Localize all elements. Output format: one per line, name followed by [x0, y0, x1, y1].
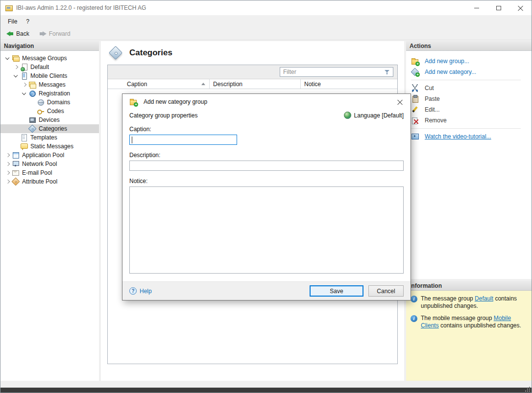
default-group-icon — [20, 63, 28, 71]
chevron-right-icon[interactable] — [3, 169, 12, 177]
filter-input[interactable] — [280, 69, 384, 75]
sort-ascending-icon — [201, 83, 205, 85]
actions-panel: Actions + Add new group... + Add new cat… — [406, 41, 532, 279]
attribute-pool-icon — [12, 178, 20, 185]
maximize-button[interactable] — [487, 0, 509, 15]
chevron-right-icon[interactable] — [12, 63, 20, 71]
action-paste[interactable]: Paste — [411, 93, 529, 104]
caption-input[interactable] — [130, 136, 237, 145]
chevron-spacer — [20, 116, 28, 124]
application-pool-icon — [12, 151, 20, 159]
chevron-down-icon[interactable] — [3, 54, 12, 63]
templates-icon — [20, 134, 28, 141]
tree-item-devices[interactable]: Devices — [0, 116, 99, 124]
column-header-description[interactable]: Description — [210, 79, 301, 89]
window-controls — [465, 0, 532, 15]
chevron-spacer — [28, 107, 37, 116]
minimize-button[interactable] — [465, 0, 487, 15]
menu-help[interactable]: ? — [22, 16, 34, 27]
filter-field — [280, 67, 393, 77]
email-pool-icon — [12, 169, 20, 177]
separator — [411, 80, 521, 80]
info-message-default: i The message group Default contains unp… — [411, 295, 527, 310]
toolbar: Back Forward — [0, 27, 532, 40]
add-category-group-icon: + — [129, 98, 137, 106]
info-text-prefix: The message group — [421, 295, 475, 302]
information-header: Information — [406, 281, 532, 291]
tree-item-registration[interactable]: Registration — [0, 89, 99, 98]
filter-funnel-icon[interactable] — [384, 69, 391, 75]
default-group-link[interactable]: Default — [475, 295, 493, 302]
dialog-subheader-row: Category group properties Language [Defa… — [129, 112, 404, 119]
column-header-notice[interactable]: Notice — [301, 79, 397, 89]
action-remove[interactable]: Remove — [411, 115, 529, 126]
window-title: IBI-aws Admin 1.22.0 - registered for IB… — [16, 4, 465, 11]
add-group-icon: + — [411, 57, 419, 65]
info-icon: i — [411, 296, 417, 302]
categories-icon — [28, 125, 36, 133]
tree-item-application-pool[interactable]: Application Pool — [0, 151, 99, 160]
tree-item-static-messages[interactable]: Static Messages — [0, 142, 99, 151]
chevron-spacer — [20, 125, 28, 133]
cancel-button[interactable]: Cancel — [368, 285, 404, 297]
plus-badge-icon: + — [415, 72, 420, 77]
statusbar-grip[interactable] — [525, 387, 531, 392]
tree-item-templates[interactable]: Templates — [0, 133, 99, 142]
action-watch-video-tutorial[interactable]: Watch the video-tutorial... — [411, 131, 529, 142]
chevron-right-icon[interactable] — [3, 178, 12, 186]
language-selector[interactable]: Language [Default] — [344, 112, 404, 119]
action-add-new-group[interactable]: + Add new group... — [411, 56, 529, 67]
tree-item-mobile-clients[interactable]: Mobile Clients — [0, 71, 99, 80]
tree-item-network-pool[interactable]: Network Pool — [0, 160, 99, 168]
notice-label: Notice: — [129, 178, 404, 185]
section-label: Category group properties — [129, 112, 197, 119]
menubar: File ? — [0, 15, 532, 27]
devices-icon — [28, 116, 36, 124]
tree-item-messages[interactable]: Messages — [0, 80, 99, 89]
tree-item-default[interactable]: Default — [0, 63, 99, 71]
menu-file[interactable]: File — [3, 16, 22, 27]
chevron-right-icon[interactable] — [3, 160, 12, 168]
tree-item-email-pool[interactable]: E-mail Pool — [0, 168, 99, 177]
action-add-new-category[interactable]: + Add new category... — [411, 67, 529, 77]
column-header-caption[interactable]: Caption — [123, 79, 210, 89]
close-button[interactable] — [509, 0, 532, 15]
chevron-down-icon[interactable] — [20, 90, 28, 98]
tree-item-categories[interactable]: Categories — [0, 124, 99, 133]
dialog-close-button[interactable] — [394, 96, 406, 108]
video-tutorial-icon — [411, 133, 419, 140]
info-icon: i — [411, 315, 417, 322]
chevron-right-icon[interactable] — [20, 81, 28, 89]
action-edit[interactable]: Edit... — [411, 104, 529, 115]
tree-item-domains[interactable]: Domains — [0, 98, 99, 107]
chevron-down-icon[interactable] — [12, 72, 20, 80]
help-icon: ? — [129, 287, 137, 295]
info-message-mobile-clients: i The mobile message group Mobile Client… — [411, 315, 527, 329]
tree-item-codes[interactable]: Codes — [0, 107, 99, 116]
chevron-right-icon[interactable] — [3, 151, 12, 160]
chevron-spacer — [12, 134, 20, 142]
save-button[interactable]: Save — [310, 285, 363, 297]
action-cut[interactable]: Cut — [411, 83, 529, 93]
separator — [411, 128, 521, 129]
tree-item-message-groups[interactable]: Message Groups — [0, 54, 99, 63]
table-header: Caption Description Notice — [108, 79, 397, 89]
statusbar — [0, 388, 532, 393]
dialog-body: Category group properties Language [Defa… — [122, 110, 411, 281]
dialog-footer: ? Help Save Cancel — [122, 281, 411, 300]
caption-label: Caption: — [129, 126, 404, 133]
tree-label: Attribute Pool — [22, 178, 57, 185]
language-label: Language [Default] — [354, 112, 404, 119]
forward-icon — [39, 31, 47, 36]
paste-icon — [411, 95, 419, 103]
action-label: Edit... — [425, 106, 440, 113]
back-button[interactable]: Back — [3, 29, 33, 38]
back-label: Back — [16, 30, 29, 37]
tree-item-attribute-pool[interactable]: Attribute Pool — [0, 177, 99, 186]
notice-textarea[interactable] — [129, 186, 404, 274]
description-input[interactable] — [130, 162, 403, 171]
codes-icon — [37, 107, 45, 115]
actions-header: Actions — [406, 41, 532, 51]
help-link[interactable]: ? Help — [129, 287, 305, 295]
forward-button[interactable]: Forward — [36, 29, 74, 38]
